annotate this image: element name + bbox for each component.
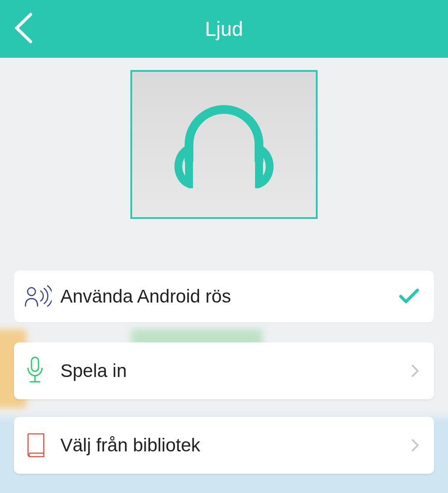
svg-rect-1 xyxy=(32,357,38,371)
checkmark-icon xyxy=(399,289,419,304)
options-list: Använda Android rös Spela in xyxy=(14,271,434,491)
voice-person-icon xyxy=(24,285,54,308)
audio-preview-box xyxy=(130,70,318,219)
option-choose-library[interactable]: Välj från bibliotek xyxy=(14,417,434,474)
option-label: Välj från bibliotek xyxy=(60,435,411,456)
option-label: Spela in xyxy=(60,360,411,381)
option-label: Använda Android rös xyxy=(60,286,399,307)
header-bar: Ljud xyxy=(0,0,448,58)
chevron-right-icon xyxy=(411,364,419,377)
back-button[interactable] xyxy=(13,12,33,46)
chevron-left-icon xyxy=(13,12,33,44)
headphones-icon xyxy=(172,101,276,188)
microphone-icon xyxy=(24,356,54,385)
content-area: Använda Android rös Spela in xyxy=(0,58,448,493)
chevron-right-icon xyxy=(411,439,419,452)
svg-point-0 xyxy=(28,288,35,296)
option-use-android-voice[interactable]: Använda Android rös xyxy=(14,271,434,322)
option-record[interactable]: Spela in xyxy=(14,342,434,399)
page-title: Ljud xyxy=(0,17,448,41)
book-icon xyxy=(24,432,54,458)
